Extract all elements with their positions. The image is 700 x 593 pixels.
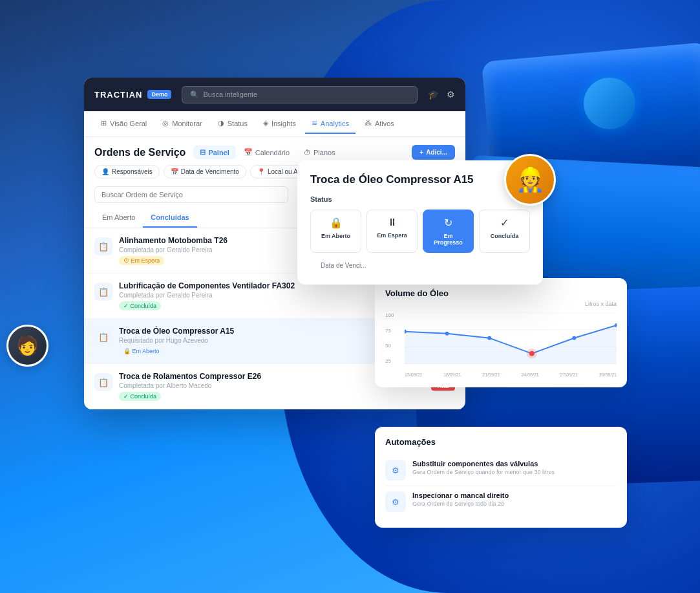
visao-geral-icon: ⊞ xyxy=(101,119,107,127)
y-100: 100 xyxy=(385,312,405,318)
tab-calendario[interactable]: 📅 Calendário xyxy=(237,146,296,159)
automation-item[interactable]: ⚙ Inspecionar o mancal direito Gera Orde… xyxy=(385,486,617,517)
calendario-icon: 📅 xyxy=(244,148,253,156)
logo-area: TRACTIAN Demo xyxy=(94,90,171,100)
status-btn-em-aberto[interactable]: 🔒 Em Aberto xyxy=(310,210,361,253)
date-18: 18/09/21 xyxy=(443,372,461,377)
nav-insights[interactable]: ◈ Insights xyxy=(257,114,302,134)
page-header: Ordens de Serviço ⊟ Painel 📅 Calendário … xyxy=(84,137,465,160)
add-icon: + xyxy=(419,149,423,156)
planos-icon: ⏱ xyxy=(304,149,311,156)
auto-icon-1: ⚙ xyxy=(385,460,406,480)
user-avatar: 🧑 xyxy=(6,325,48,367)
nav-status[interactable]: ◑ Status xyxy=(211,114,254,134)
date-vencimento-label: Data de Venci... xyxy=(310,259,530,272)
status-badge-done: ✓ Concluída xyxy=(119,301,161,310)
date-24: 24/09/21 xyxy=(521,372,538,377)
app-header: TRACTIAN Demo 🔍 Busca inteligente 🎓 ⚙ xyxy=(84,78,465,111)
nav-analytics[interactable]: ≋ Analytics xyxy=(305,114,355,134)
tab-em-aberto[interactable]: Em Aberto xyxy=(94,208,143,228)
logo-text: TRACTIAN xyxy=(94,90,142,100)
lock-icon: 🔒 xyxy=(330,217,343,229)
modal-title: Troca de Óleo Compressor A15 xyxy=(310,173,530,186)
wo-icon: 📋 xyxy=(94,373,112,391)
demo-badge: Demo xyxy=(147,90,171,99)
pause-icon: ⏸ xyxy=(387,217,398,228)
header-icons: 🎓 ⚙ xyxy=(428,89,455,100)
date-15: 15/09/21 xyxy=(405,372,422,377)
auto-content-2: Inspecionar o mancal direito Gera Ordem … xyxy=(412,491,617,507)
auto-content-1: Substituir componentes das válvulas Gera… xyxy=(412,460,617,475)
wo-icon: 📋 xyxy=(94,283,112,301)
worker-emoji: 👷 xyxy=(516,166,545,193)
nav-monitorar[interactable]: ◎ Monitorar xyxy=(156,114,208,134)
nav-ativos[interactable]: ⁂ Ativos xyxy=(358,114,401,134)
svg-point-6 xyxy=(445,332,449,336)
em-aberto-label: Em Aberto xyxy=(102,213,135,221)
add-button[interactable]: + Adici... xyxy=(412,145,455,160)
nav-visao-geral-label: Visão Geral xyxy=(110,120,147,127)
analytics-icon: ≋ xyxy=(312,119,317,127)
status-buttons: 🔒 Em Aberto ⏸ Em Espera ↻ Em Progresso ✓… xyxy=(310,210,530,253)
em-espera-btn-label: Em Espera xyxy=(377,232,407,239)
svg-point-7 xyxy=(487,336,491,340)
auto-name-1: Substituir componentes das válvulas xyxy=(412,460,617,468)
app-nav: ⊞ Visão Geral ◎ Monitorar ◑ Status ◈ Ins… xyxy=(84,111,465,137)
nav-visao-geral[interactable]: ⊞ Visão Geral xyxy=(94,114,153,134)
nav-insights-label: Insights xyxy=(271,120,296,127)
chart-x-labels: 15/09/21 18/09/21 21/09/21 24/09/21 27/0… xyxy=(405,372,617,377)
responsaveis-icon: 👤 xyxy=(101,168,109,175)
auto-icon-2: ⚙ xyxy=(385,491,406,512)
progress-icon: ↻ xyxy=(444,217,452,229)
chart-title: Volume do Óleo xyxy=(385,288,617,298)
tab-planos[interactable]: ⏱ Planos xyxy=(297,146,342,159)
chart-card: Volume do Óleo Litros x data 100 75 50 2… xyxy=(375,278,627,387)
automacoes-title: Automações xyxy=(385,437,617,447)
svg-marker-4 xyxy=(405,325,617,364)
search-input[interactable] xyxy=(94,186,288,203)
filter-responsaveis[interactable]: 👤 Responsáveis xyxy=(94,165,160,178)
svg-point-10 xyxy=(572,336,576,340)
search-bar[interactable]: 🔍 Busca inteligente xyxy=(182,86,418,103)
auto-name-2: Inspecionar o mancal direito xyxy=(412,491,617,499)
y-75: 75 xyxy=(385,328,405,334)
status-icon: ◑ xyxy=(218,119,224,127)
date-30: 30/09/21 xyxy=(599,372,617,377)
automation-item[interactable]: ⚙ Substituir componentes das válvulas Ge… xyxy=(385,455,617,486)
status-btn-concluida[interactable]: ✓ Concluída xyxy=(479,210,530,253)
date-27: 27/09/21 xyxy=(560,372,578,377)
status-btn-em-espera[interactable]: ⏸ Em Espera xyxy=(366,210,418,253)
monitorar-icon: ◎ xyxy=(162,119,169,127)
em-aberto-btn-label: Em Aberto xyxy=(321,233,350,239)
wo-icon: 📋 xyxy=(94,328,112,346)
insights-icon: ◈ xyxy=(263,119,268,127)
tab-painel[interactable]: ⊟ Painel xyxy=(193,146,235,159)
user-emoji: 🧑 xyxy=(16,335,39,356)
machine-detail-1 xyxy=(584,78,635,129)
planos-label: Planos xyxy=(313,149,335,156)
tab-concluidas[interactable]: Concluídas xyxy=(143,208,196,228)
search-icon: 🔍 xyxy=(190,91,199,99)
concluidas-label: Concluídas xyxy=(151,213,189,221)
wo-meta: ✓ Concluída xyxy=(119,392,425,401)
date-21: 21/09/21 xyxy=(482,372,500,377)
nav-monitorar-label: Monitorar xyxy=(172,120,202,127)
responsaveis-label: Responsáveis xyxy=(112,168,153,175)
modal-section-label: Status xyxy=(310,195,530,203)
status-btn-em-progresso[interactable]: ↻ Em Progresso xyxy=(423,210,474,253)
nav-status-label: Status xyxy=(228,120,248,127)
notification-icon[interactable]: 🎓 xyxy=(428,89,439,100)
status-badge-waiting: ⏱ Em Espera xyxy=(119,256,164,265)
filter-data-vencimento[interactable]: 📅 Data de Vencimento xyxy=(164,165,246,178)
settings-icon[interactable]: ⚙ xyxy=(447,89,455,100)
chart-area: 100 75 50 25 15/ xyxy=(385,312,617,377)
painel-label: Painel xyxy=(208,149,229,156)
page-title: Ordens de Serviço xyxy=(94,147,186,158)
worker-avatar: 👷 xyxy=(504,154,556,206)
data-label: Data de Vencimento xyxy=(181,168,239,175)
status-badge-done: ✓ Concluída xyxy=(119,392,161,401)
calendario-label: Calendário xyxy=(255,149,290,156)
wo-icon: 📋 xyxy=(94,237,112,255)
y-50: 50 xyxy=(385,343,405,349)
y-25: 25 xyxy=(385,358,405,364)
